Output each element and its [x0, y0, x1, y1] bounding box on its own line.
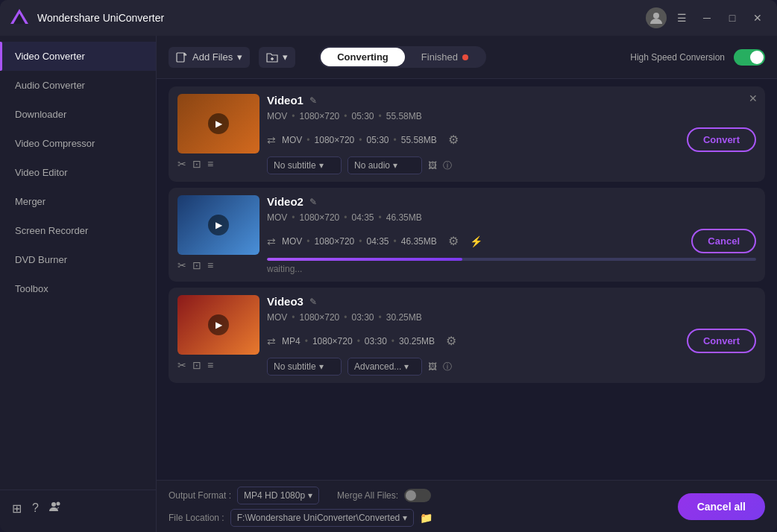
sidebar-item-downloader[interactable]: Downloader: [0, 100, 156, 129]
video-1-top: ▶ ✂ ⊡ ≡ Video1 ✎: [177, 94, 756, 174]
video-1-output-res: 1080×720: [315, 135, 355, 145]
convert-button-1[interactable]: Convert: [687, 127, 756, 152]
add-folder-button[interactable]: ▾: [259, 47, 295, 68]
sidebar-item-label: Video Converter: [15, 51, 85, 62]
speed-toggle[interactable]: [734, 49, 765, 66]
settings-btn-3[interactable]: ⚙: [441, 331, 462, 352]
layout-icon[interactable]: ⊞: [12, 501, 22, 516]
video-3-thumbnail[interactable]: ▶: [177, 295, 259, 355]
video-1-subtitle-row: No subtitle ▾ No audio ▾ 🖼 ⓘ: [267, 156, 756, 174]
video-1-duration: 05:30: [351, 111, 374, 121]
users-icon[interactable]: [49, 501, 61, 516]
close-card-1-button[interactable]: ✕: [749, 92, 758, 104]
video-2-edit-icon[interactable]: ✎: [309, 197, 317, 207]
output-format-label: Output Format :: [169, 490, 231, 501]
subtitle-pic-icon-1[interactable]: 🖼: [428, 160, 437, 171]
video-1-info: Video1 ✎ MOV • 1080×720 • 05:30 • 55.58M…: [267, 94, 756, 174]
sidebar-item-video-compressor[interactable]: Video Compressor: [0, 129, 156, 158]
info-icon-3[interactable]: ⓘ: [443, 361, 452, 373]
subtitle-pic-icon-3[interactable]: 🖼: [428, 361, 437, 372]
video-2-duration: 04:35: [351, 212, 374, 223]
scissors-icon-2[interactable]: ✂: [177, 259, 186, 271]
audio-select-1[interactable]: No audio ▾: [347, 156, 422, 174]
effects-icon-2[interactable]: ≡: [207, 259, 213, 271]
video-card-2: ▶ ✂ ⊡ ≡ Video2 ✎: [169, 188, 765, 282]
video-1-meta: MOV • 1080×720 • 05:30 • 55.58MB: [267, 111, 756, 121]
subtitle-select-3[interactable]: No subtitle ▾: [267, 358, 342, 376]
audio-select-3[interactable]: Advanced... ▾: [347, 358, 422, 376]
video-3-title: Video3: [267, 295, 303, 308]
help-icon[interactable]: ?: [32, 501, 39, 515]
play-icon-1[interactable]: ▶: [208, 113, 229, 134]
cancel-button-2[interactable]: Cancel: [691, 229, 756, 253]
minimize-button[interactable]: ─: [696, 7, 717, 28]
video-list: ✕ ▶ ✂ ⊡ ≡: [157, 79, 777, 480]
tab-finished: Finished: [405, 48, 485, 66]
sidebar-item-audio-converter[interactable]: Audio Converter: [0, 71, 156, 100]
sidebar-item-merger[interactable]: Merger: [0, 187, 156, 216]
video-3-size: 30.25MB: [386, 312, 422, 323]
video-2-convert-row: ⇄ MOV • 1080×720 • 04:35 • 46.35MB: [267, 229, 756, 253]
sidebar-item-dvd-burner[interactable]: DVD Burner: [0, 245, 156, 274]
video-2-thumbnail[interactable]: ▶: [177, 195, 259, 255]
finished-tab-inner[interactable]: Finished: [421, 51, 468, 63]
file-location-group: File Location : F:\Wondershare UniConver…: [169, 509, 432, 527]
video-3-edit-icon[interactable]: ✎: [309, 297, 317, 307]
audio-chevron-3: ▾: [404, 361, 409, 372]
video-1-output-dur: 05:30: [366, 135, 388, 145]
scissors-icon-1[interactable]: ✂: [177, 158, 186, 170]
file-location-select[interactable]: F:\Wondershare UniConverter\Converted ▾: [230, 509, 415, 527]
file-location-label: File Location :: [169, 513, 224, 523]
effects-icon-3[interactable]: ≡: [207, 359, 213, 371]
arrow-icon-3: ⇄: [267, 335, 276, 347]
play-icon-2[interactable]: ▶: [208, 215, 229, 235]
maximize-button[interactable]: □: [722, 7, 743, 28]
subtitle-select-1[interactable]: No subtitle ▾: [267, 156, 342, 174]
user-avatar[interactable]: [646, 7, 667, 28]
crop-icon-3[interactable]: ⊡: [192, 359, 201, 371]
close-button[interactable]: ✕: [747, 7, 768, 28]
info-icon-1[interactable]: ⓘ: [443, 159, 452, 172]
folder-icon[interactable]: 📁: [420, 512, 432, 524]
output-format-group: Output Format : MP4 HD 1080p ▾ Merge All…: [169, 487, 432, 504]
play-icon-3[interactable]: ▶: [208, 314, 229, 335]
convert-button-3[interactable]: Convert: [687, 329, 756, 353]
output-format-chevron: ▾: [308, 490, 312, 501]
video-1-thumbnail[interactable]: ▶: [177, 94, 259, 153]
video-1-size: 55.58MB: [386, 111, 422, 121]
video-3-resolution: 1080×720: [300, 312, 340, 323]
app-window: Wondershare UniConverter ☰ ─ □ ✕ Video C…: [0, 0, 777, 532]
menu-button[interactable]: ☰: [671, 7, 692, 28]
subtitle-value-1: No subtitle: [274, 160, 316, 171]
tab-converting[interactable]: Converting: [321, 48, 405, 66]
video-3-output-size: 30.25MB: [399, 336, 435, 346]
effects-icon-1[interactable]: ≡: [207, 158, 213, 170]
output-format-select[interactable]: MP4 HD 1080p ▾: [237, 487, 319, 504]
video-3-duration: 03:30: [351, 312, 374, 323]
video-3-convert-row: ⇄ MP4 • 1080×720 • 03:30 • 30.25MB: [267, 329, 756, 353]
merge-toggle[interactable]: [404, 489, 431, 502]
settings-btn-2[interactable]: ⚙: [443, 231, 464, 252]
add-files-button[interactable]: Add Files ▾: [169, 47, 250, 68]
sidebar-item-video-editor[interactable]: Video Editor: [0, 158, 156, 187]
sidebar-bottom: ⊞ ?: [0, 490, 156, 526]
crop-icon-2[interactable]: ⊡: [192, 259, 201, 271]
scissors-icon-3[interactable]: ✂: [177, 359, 186, 371]
sidebar-item-label: Toolbox: [15, 283, 48, 294]
sidebar-item-toolbox[interactable]: Toolbox: [0, 274, 156, 303]
video-2-tools: ✂ ⊡ ≡: [177, 259, 259, 271]
tab-group: Converting Finished: [319, 46, 486, 68]
video-1-format: MOV: [267, 111, 287, 121]
video-2-output-dur: 04:35: [366, 236, 388, 247]
sidebar-item-video-converter[interactable]: Video Converter: [0, 42, 156, 71]
video-3-format: MOV: [267, 312, 287, 323]
crop-icon-1[interactable]: ⊡: [192, 158, 201, 170]
video-1-edit-icon[interactable]: ✎: [309, 95, 317, 106]
sidebar-item-screen-recorder[interactable]: Screen Recorder: [0, 216, 156, 245]
settings-btn-1[interactable]: ⚙: [443, 130, 464, 151]
file-location-chevron: ▾: [403, 513, 407, 523]
speed-conversion-label: High Speed Conversion: [630, 52, 725, 63]
video-3-meta: MOV • 1080×720 • 03:30 • 30.25MB: [267, 312, 756, 323]
cancel-all-button[interactable]: Cancel all: [678, 493, 765, 520]
svg-point-2: [653, 13, 659, 19]
